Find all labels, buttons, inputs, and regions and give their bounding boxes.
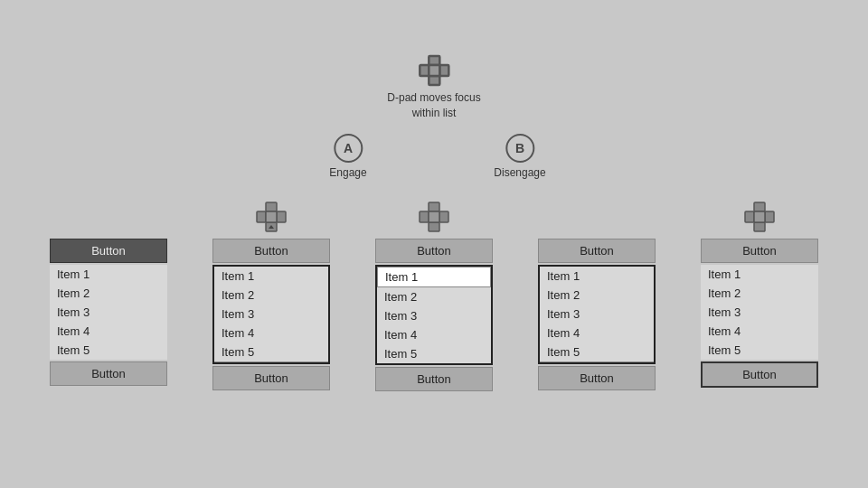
- list-item: Item 3: [50, 303, 167, 322]
- list-item: Item 4: [50, 322, 167, 341]
- svg-rect-12: [429, 222, 439, 231]
- list-item: Item 1: [701, 265, 818, 284]
- svg-rect-3: [439, 65, 448, 76]
- list-item: Item 3: [540, 305, 654, 324]
- list-item: Item 5: [377, 344, 491, 363]
- list-item: Item 5: [50, 341, 167, 360]
- list-item: Item 4: [214, 324, 328, 343]
- svg-rect-13: [420, 211, 429, 222]
- list-item: Item 3: [377, 306, 491, 325]
- col2-icon: [255, 199, 288, 235]
- b-button-icon: B: [505, 134, 534, 163]
- list-item: Item 5: [540, 343, 654, 362]
- list-item: Item 2: [377, 287, 491, 306]
- svg-rect-18: [745, 211, 754, 222]
- col5-icon: [743, 199, 776, 235]
- columns-container: Button Item 1 Item 2 Item 3 Item 4 Item …: [0, 199, 868, 391]
- svg-rect-15: [429, 211, 439, 222]
- dpad-icon-col2: [255, 201, 288, 233]
- engage-annotation: A Engage: [329, 134, 366, 179]
- column-1: Button Item 1 Item 2 Item 3 Item 4 Item …: [27, 199, 190, 386]
- col4-list: Item 1 Item 2 Item 3 Item 4 Item 5: [538, 265, 656, 364]
- disengage-annotation: B Disengage: [494, 134, 545, 179]
- list-item: Item 5: [214, 343, 328, 362]
- column-3: Button Item 1 Item 2 Item 3 Item 4 Item …: [353, 199, 515, 391]
- disengage-label: Disengage: [494, 166, 545, 179]
- svg-rect-7: [257, 211, 266, 222]
- list-item: Item 1: [50, 265, 167, 284]
- svg-rect-5: [266, 202, 277, 211]
- column-4: Button Item 1 Item 2 Item 3 Item 4 Item …: [515, 199, 678, 390]
- column-2: Button Item 1 Item 2 Item 3 Item 4 Item …: [190, 199, 353, 390]
- list-item: Item 5: [701, 341, 818, 360]
- dpad-center-icon: [418, 54, 450, 87]
- col1-top-button[interactable]: Button: [50, 239, 167, 263]
- list-item: Item 4: [701, 322, 818, 341]
- list-item-selected: Item 1: [377, 267, 491, 287]
- col1-bottom-button[interactable]: Button: [50, 361, 167, 386]
- col3-list: Item 1 Item 2 Item 3 Item 4 Item 5: [375, 265, 493, 365]
- col5-top-button[interactable]: Button: [701, 239, 818, 263]
- a-button-icon: A: [334, 134, 363, 163]
- col5-list: Item 1 Item 2 Item 3 Item 4 Item 5: [701, 265, 818, 360]
- svg-rect-17: [754, 222, 765, 231]
- col4-bottom-button[interactable]: Button: [538, 366, 656, 390]
- dpad-icon-col5: [743, 201, 776, 233]
- list-item: Item 2: [701, 284, 818, 303]
- engage-label: Engage: [329, 166, 366, 179]
- svg-rect-0: [429, 56, 439, 65]
- svg-rect-4: [429, 65, 439, 76]
- dpad-icon-col3: [418, 201, 450, 233]
- col2-bottom-button[interactable]: Button: [212, 366, 330, 390]
- svg-rect-14: [439, 211, 448, 222]
- svg-rect-19: [765, 211, 774, 222]
- list-item: Item 3: [214, 305, 328, 324]
- col4-top-button[interactable]: Button: [538, 239, 656, 263]
- col3-icon: [418, 199, 450, 235]
- svg-rect-2: [420, 65, 429, 76]
- list-item: Item 2: [540, 286, 654, 305]
- col3-top-button[interactable]: Button: [375, 239, 493, 263]
- col2-list: Item 1 Item 2 Item 3 Item 4 Item 5: [212, 265, 330, 364]
- list-item: Item 4: [377, 325, 491, 344]
- col3-bottom-button[interactable]: Button: [375, 367, 493, 391]
- list-item: Item 1: [214, 267, 328, 286]
- col5-bottom-button[interactable]: Button: [701, 361, 818, 388]
- dpad-annotation: D-pad moves focus within list: [387, 54, 480, 121]
- svg-rect-11: [429, 202, 439, 211]
- list-item: Item 4: [540, 324, 654, 343]
- list-item: Item 2: [50, 284, 167, 303]
- column-5: Button Item 1 Item 2 Item 3 Item 4 Item …: [678, 199, 841, 388]
- dpad-description: D-pad moves focus within list: [387, 90, 480, 121]
- list-item: Item 1: [540, 267, 654, 286]
- list-item: Item 3: [701, 303, 818, 322]
- svg-rect-16: [754, 202, 765, 211]
- svg-rect-9: [266, 211, 277, 222]
- svg-rect-1: [429, 76, 439, 85]
- col1-list: Item 1 Item 2 Item 3 Item 4 Item 5: [50, 265, 167, 360]
- list-item: Item 2: [214, 286, 328, 305]
- svg-rect-20: [754, 211, 765, 222]
- col2-top-button[interactable]: Button: [212, 239, 330, 263]
- svg-rect-8: [277, 211, 286, 222]
